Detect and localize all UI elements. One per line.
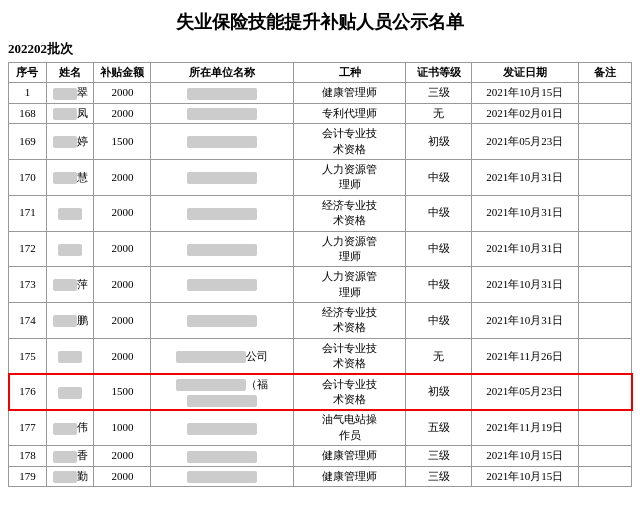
cell-date: 2021年10月31日 (471, 159, 578, 195)
cell-note (578, 374, 631, 410)
cell-date: 2021年02月01日 (471, 103, 578, 123)
cell-seq: 178 (9, 446, 47, 466)
cell-amount: 2000 (94, 446, 151, 466)
cell-name: 萍 (46, 267, 93, 303)
cell-type: 人力资源管理师 (293, 231, 406, 267)
cell-name: 慧 (46, 159, 93, 195)
table-row: 169 婷 1500 会计专业技术资格 初级 2021年05月23日 (9, 124, 632, 160)
cell-type: 经济专业技术资格 (293, 303, 406, 339)
cell-type: 会计专业技术资格 (293, 124, 406, 160)
page-title: 失业保险技能提升补贴人员公示名单 (8, 10, 632, 34)
cell-date: 2021年10月15日 (471, 466, 578, 486)
cell-name (46, 231, 93, 267)
header-amount: 补贴金额 (94, 63, 151, 83)
cell-cert: 无 (406, 338, 471, 374)
cell-note (578, 83, 631, 103)
cell-seq: 172 (9, 231, 47, 267)
cell-seq: 175 (9, 338, 47, 374)
cell-amount: 2000 (94, 159, 151, 195)
cell-note (578, 103, 631, 123)
cell-amount: 2000 (94, 267, 151, 303)
cell-cert: 五级 (406, 410, 471, 446)
cell-cert: 中级 (406, 267, 471, 303)
cell-amount: 1000 (94, 410, 151, 446)
cell-cert: 三级 (406, 446, 471, 466)
cell-date: 2021年11月26日 (471, 338, 578, 374)
header-seq: 序号 (9, 63, 47, 83)
cell-amount: 2000 (94, 338, 151, 374)
cell-seq: 173 (9, 267, 47, 303)
cell-amount: 2000 (94, 303, 151, 339)
cell-unit: （福 (151, 374, 293, 410)
cell-unit (151, 195, 293, 231)
cell-cert: 中级 (406, 195, 471, 231)
cell-cert: 无 (406, 103, 471, 123)
cell-unit (151, 103, 293, 123)
cell-type: 健康管理师 (293, 446, 406, 466)
cell-seq: 170 (9, 159, 47, 195)
cell-name (46, 374, 93, 410)
cell-note (578, 446, 631, 466)
cell-type: 人力资源管理师 (293, 159, 406, 195)
table-row: 173 萍 2000 人力资源管理师 中级 2021年10月31日 (9, 267, 632, 303)
cell-type: 健康管理师 (293, 83, 406, 103)
cell-unit (151, 410, 293, 446)
cell-seq: 176 (9, 374, 47, 410)
table-row: 170 慧 2000 人力资源管理师 中级 2021年10月31日 (9, 159, 632, 195)
cell-note (578, 124, 631, 160)
cell-seq: 179 (9, 466, 47, 486)
table-row-highlighted: 176 1500 （福 会计专业技术资格 初级 2021年05月23日 (9, 374, 632, 410)
cell-name: 伟 (46, 410, 93, 446)
cell-unit (151, 267, 293, 303)
header-type: 工种 (293, 63, 406, 83)
header-name: 姓名 (46, 63, 93, 83)
cell-note (578, 231, 631, 267)
cell-name (46, 338, 93, 374)
cell-amount: 2000 (94, 83, 151, 103)
cell-amount: 1500 (94, 124, 151, 160)
table-row: 168 凤 2000 专利代理师 无 2021年02月01日 (9, 103, 632, 123)
cell-cert: 初级 (406, 374, 471, 410)
table-row: 174 鹏 2000 经济专业技术资格 中级 2021年10月31日 (9, 303, 632, 339)
cell-type: 健康管理师 (293, 466, 406, 486)
cell-unit (151, 466, 293, 486)
data-table: 序号 姓名 补贴金额 所在单位名称 工种 证书等级 发证日期 备注 1 翠 20… (8, 62, 632, 487)
cell-name: 婷 (46, 124, 93, 160)
cell-seq: 1 (9, 83, 47, 103)
cell-type: 人力资源管理师 (293, 267, 406, 303)
cell-cert: 三级 (406, 466, 471, 486)
cell-name: 鹏 (46, 303, 93, 339)
cell-note (578, 466, 631, 486)
cell-cert: 初级 (406, 124, 471, 160)
cell-note (578, 338, 631, 374)
cell-unit (151, 83, 293, 103)
cell-type: 专利代理师 (293, 103, 406, 123)
batch-label: 202202批次 (8, 40, 632, 58)
cell-amount: 2000 (94, 231, 151, 267)
cell-unit (151, 124, 293, 160)
cell-unit: 公司 (151, 338, 293, 374)
cell-amount: 2000 (94, 466, 151, 486)
cell-note (578, 303, 631, 339)
header-unit: 所在单位名称 (151, 63, 293, 83)
cell-unit (151, 159, 293, 195)
cell-name: 翠 (46, 83, 93, 103)
cell-cert: 中级 (406, 159, 471, 195)
cell-unit (151, 446, 293, 466)
table-row: 177 伟 1000 油气电站操作员 五级 2021年11月19日 (9, 410, 632, 446)
cell-date: 2021年10月31日 (471, 195, 578, 231)
table-row: 175 2000 公司 会计专业技术资格 无 2021年11月26日 (9, 338, 632, 374)
cell-note (578, 195, 631, 231)
cell-cert: 中级 (406, 231, 471, 267)
cell-date: 2021年05月23日 (471, 124, 578, 160)
cell-date: 2021年10月31日 (471, 303, 578, 339)
cell-seq: 169 (9, 124, 47, 160)
table-row: 1 翠 2000 健康管理师 三级 2021年10月15日 (9, 83, 632, 103)
cell-amount: 2000 (94, 103, 151, 123)
cell-cert: 中级 (406, 303, 471, 339)
cell-seq: 177 (9, 410, 47, 446)
cell-name (46, 195, 93, 231)
page: 失业保险技能提升补贴人员公示名单 202202批次 序号 姓名 补贴金额 所在单… (0, 0, 640, 514)
cell-amount: 2000 (94, 195, 151, 231)
table-row: 172 2000 人力资源管理师 中级 2021年10月31日 (9, 231, 632, 267)
